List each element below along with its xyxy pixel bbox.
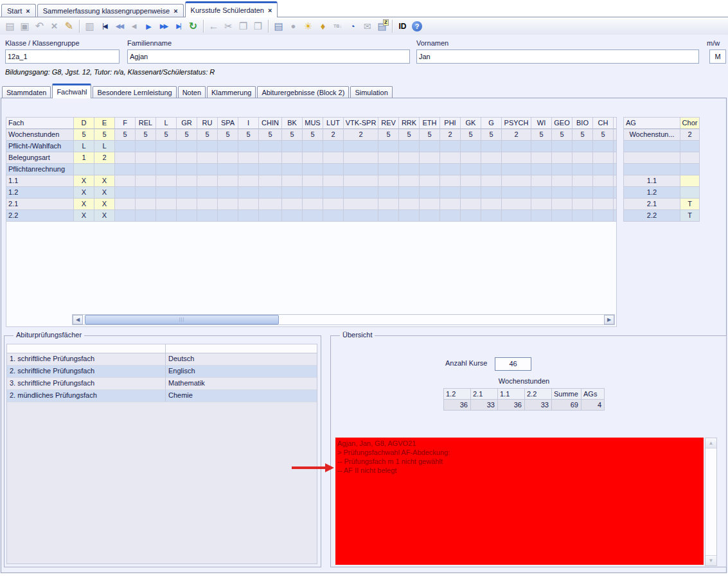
- grid-cell[interactable]: [177, 210, 197, 222]
- grid-column-header[interactable]: PSYCH: [502, 118, 531, 129]
- grid-cell[interactable]: 5: [303, 129, 323, 141]
- grid-cell[interactable]: [136, 164, 156, 175]
- grid-cell[interactable]: [531, 187, 552, 199]
- grid-cell[interactable]: 5: [399, 129, 420, 141]
- grid-cell[interactable]: [680, 152, 700, 164]
- grid-cell[interactable]: [461, 210, 481, 222]
- grid-cell[interactable]: [680, 175, 700, 187]
- nav-last-icon[interactable]: ▶|: [171, 19, 186, 33]
- grid-column-header[interactable]: REL: [136, 118, 156, 129]
- grid-cell[interactable]: [197, 164, 218, 175]
- grid-cell[interactable]: [344, 152, 378, 164]
- familienname-input[interactable]: [127, 49, 410, 64]
- grid-cell[interactable]: [481, 175, 502, 187]
- tab-stammdaten[interactable]: Stammdaten: [2, 86, 51, 98]
- pruefungsfach-4-value[interactable]: Chemie: [166, 390, 317, 402]
- grid-cell[interactable]: [218, 175, 238, 187]
- grid-cell[interactable]: [177, 175, 197, 187]
- grid-cell[interactable]: [344, 210, 378, 222]
- scroll-down-icon[interactable]: ▼: [706, 555, 716, 565]
- close-tab-icon[interactable]: ×: [268, 6, 272, 14]
- grid-cell[interactable]: [303, 164, 323, 175]
- close-tab-icon[interactable]: ×: [26, 7, 30, 15]
- grid-cell[interactable]: [481, 187, 502, 199]
- grid-cell[interactable]: 5: [94, 129, 115, 141]
- grid-cell[interactable]: [440, 210, 461, 222]
- grid-column-header[interactable]: Chor: [680, 118, 700, 129]
- grid-cell[interactable]: X: [74, 187, 94, 199]
- grid-cell[interactable]: [378, 199, 399, 210]
- grid-cell[interactable]: X: [74, 199, 94, 210]
- grid-cell[interactable]: [238, 141, 259, 152]
- grid-cell[interactable]: [593, 187, 614, 199]
- grid-cell[interactable]: [136, 199, 156, 210]
- grid-cell[interactable]: T: [680, 199, 700, 210]
- grid-cell[interactable]: [481, 152, 502, 164]
- grid-cell[interactable]: X: [74, 175, 94, 187]
- grid-cell[interactable]: [238, 152, 259, 164]
- grid-cell[interactable]: 5: [481, 129, 502, 141]
- grid-cell[interactable]: [303, 152, 323, 164]
- tab-abiturergebnisse-block-2-[interactable]: Abiturergebnisse (Block 2): [257, 86, 349, 98]
- klasse-input[interactable]: [5, 49, 120, 64]
- abitur-row[interactable]: 3. schriftliche PrüfungsfachMathematik: [7, 378, 317, 390]
- grid-cell[interactable]: [378, 141, 399, 152]
- grid-cell[interactable]: 5: [177, 129, 197, 141]
- grid-cell[interactable]: [502, 210, 531, 222]
- grid-column-header[interactable]: LUT: [323, 118, 344, 129]
- grid-column-header[interactable]: WI: [531, 118, 552, 129]
- grid-cell[interactable]: [344, 141, 378, 152]
- grid-cell[interactable]: [238, 210, 259, 222]
- grid-cell[interactable]: [136, 141, 156, 152]
- grid-cell[interactable]: [593, 164, 614, 175]
- print-icon[interactable]: ▤: [271, 19, 286, 33]
- grid-cell[interactable]: 5: [378, 129, 399, 141]
- grid-cell[interactable]: [481, 199, 502, 210]
- grid-cell[interactable]: [378, 187, 399, 199]
- grid-cell[interactable]: [399, 152, 420, 164]
- grid-cell[interactable]: 5: [156, 129, 177, 141]
- grid-cell[interactable]: [323, 210, 344, 222]
- grid-cell[interactable]: [552, 187, 573, 199]
- grid-cell[interactable]: [323, 164, 344, 175]
- tab-noten[interactable]: Noten: [178, 86, 206, 98]
- grid-cell[interactable]: [156, 141, 177, 152]
- grid-cell[interactable]: 5: [573, 129, 593, 141]
- grid-cell[interactable]: [156, 210, 177, 222]
- grid-cell[interactable]: [282, 152, 303, 164]
- grid-cell[interactable]: [156, 164, 177, 175]
- grid-cell[interactable]: [440, 141, 461, 152]
- grid-column-header[interactable]: RU: [197, 118, 218, 129]
- grid-cell[interactable]: [156, 152, 177, 164]
- grid-cell[interactable]: L: [74, 141, 94, 152]
- grid-cell[interactable]: [378, 152, 399, 164]
- nav-fast-next-icon[interactable]: ▶▶: [156, 19, 171, 33]
- abitur-row[interactable]: 1. schriftliche PrüfungsfachDeutsch: [7, 353, 317, 366]
- grid-cell[interactable]: [461, 141, 481, 152]
- close-tab-icon[interactable]: ×: [173, 7, 177, 15]
- grid-cell[interactable]: [259, 187, 282, 199]
- grid-cell[interactable]: [94, 164, 115, 175]
- horizontal-scrollbar[interactable]: ◀ ||| ▶: [72, 314, 615, 325]
- grid-cell[interactable]: [573, 210, 593, 222]
- grid-cell[interactable]: [177, 199, 197, 210]
- grid-cell[interactable]: [440, 164, 461, 175]
- grid-cell[interactable]: [680, 141, 700, 152]
- grid-cell[interactable]: [115, 199, 136, 210]
- grid-cell[interactable]: [282, 199, 303, 210]
- grid-cell[interactable]: [115, 141, 136, 152]
- grid-column-header[interactable]: PHI: [440, 118, 461, 129]
- grid-cell[interactable]: [531, 152, 552, 164]
- grid-cell[interactable]: [552, 210, 573, 222]
- grid-cell[interactable]: [259, 152, 282, 164]
- grid-cell[interactable]: X: [94, 210, 115, 222]
- grid-cell[interactable]: [197, 152, 218, 164]
- grid-cell[interactable]: [593, 210, 614, 222]
- grid-column-header[interactable]: REV: [378, 118, 399, 129]
- grid-cell[interactable]: 5: [115, 129, 136, 141]
- grid-cell[interactable]: [323, 199, 344, 210]
- grid-cell[interactable]: [399, 175, 420, 187]
- grid-cell[interactable]: [323, 141, 344, 152]
- grid-cell[interactable]: [461, 199, 481, 210]
- grid-cell[interactable]: [218, 141, 238, 152]
